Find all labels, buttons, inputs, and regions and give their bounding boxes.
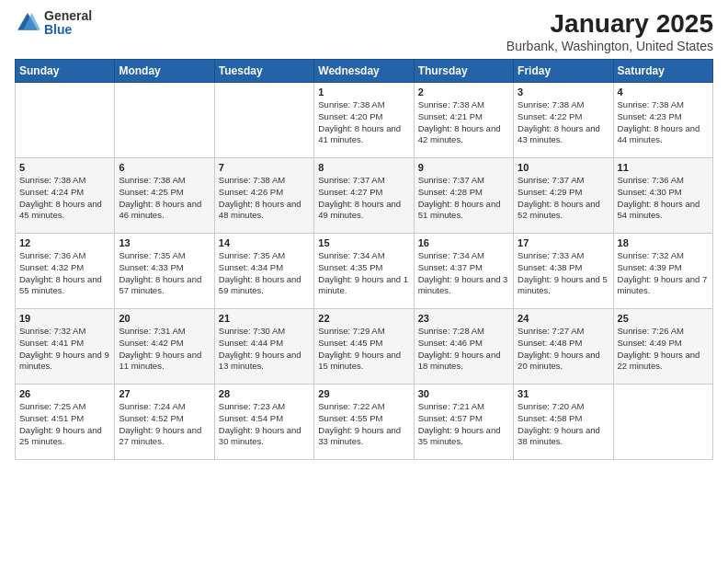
day-info: Sunrise: 7:25 AMSunset: 4:51 PMDaylight:… bbox=[19, 401, 110, 448]
calendar-cell: 29Sunrise: 7:22 AMSunset: 4:55 PMDayligh… bbox=[314, 385, 414, 460]
day-number: 4 bbox=[618, 86, 709, 98]
calendar-cell: 16Sunrise: 7:34 AMSunset: 4:37 PMDayligh… bbox=[414, 234, 513, 309]
calendar-cell: 26Sunrise: 7:25 AMSunset: 4:51 PMDayligh… bbox=[16, 385, 115, 460]
day-info: Sunrise: 7:30 AMSunset: 4:44 PMDaylight:… bbox=[219, 326, 310, 373]
calendar-week-0: 1Sunrise: 7:38 AMSunset: 4:20 PMDaylight… bbox=[16, 83, 713, 158]
day-number: 14 bbox=[219, 237, 310, 248]
day-number: 24 bbox=[518, 313, 609, 324]
day-number: 22 bbox=[318, 313, 409, 324]
day-info: Sunrise: 7:27 AMSunset: 4:48 PMDaylight:… bbox=[518, 326, 609, 373]
day-number: 31 bbox=[518, 388, 609, 399]
calendar-cell: 23Sunrise: 7:28 AMSunset: 4:46 PMDayligh… bbox=[414, 309, 513, 385]
day-info: Sunrise: 7:37 AMSunset: 4:29 PMDaylight:… bbox=[518, 175, 609, 222]
calendar-cell bbox=[214, 83, 313, 158]
day-number: 7 bbox=[219, 162, 310, 173]
calendar-cell: 17Sunrise: 7:33 AMSunset: 4:38 PMDayligh… bbox=[514, 234, 613, 309]
calendar-week-4: 26Sunrise: 7:25 AMSunset: 4:51 PMDayligh… bbox=[16, 385, 713, 460]
calendar-cell bbox=[16, 83, 115, 158]
day-info: Sunrise: 7:37 AMSunset: 4:28 PMDaylight:… bbox=[418, 175, 509, 222]
day-number: 30 bbox=[418, 388, 509, 399]
day-info: Sunrise: 7:34 AMSunset: 4:37 PMDaylight:… bbox=[418, 250, 509, 297]
day-info: Sunrise: 7:22 AMSunset: 4:55 PMDaylight:… bbox=[318, 401, 409, 448]
day-info: Sunrise: 7:33 AMSunset: 4:38 PMDaylight:… bbox=[518, 250, 609, 297]
day-of-week-thursday: Thursday bbox=[414, 60, 513, 83]
calendar-cell: 14Sunrise: 7:35 AMSunset: 4:34 PMDayligh… bbox=[214, 234, 313, 309]
day-number: 17 bbox=[518, 237, 609, 248]
title-block: January 2025 Burbank, Washington, United… bbox=[506, 9, 713, 53]
calendar-week-2: 12Sunrise: 7:36 AMSunset: 4:32 PMDayligh… bbox=[16, 234, 713, 309]
calendar-cell bbox=[613, 385, 712, 460]
calendar-cell: 25Sunrise: 7:26 AMSunset: 4:49 PMDayligh… bbox=[613, 309, 712, 385]
day-info: Sunrise: 7:38 AMSunset: 4:26 PMDaylight:… bbox=[219, 175, 310, 222]
day-number: 18 bbox=[618, 237, 709, 248]
calendar-cell: 27Sunrise: 7:24 AMSunset: 4:52 PMDayligh… bbox=[115, 385, 214, 460]
day-info: Sunrise: 7:20 AMSunset: 4:58 PMDaylight:… bbox=[518, 401, 609, 448]
logo-icon bbox=[15, 10, 40, 36]
calendar-cell bbox=[115, 83, 214, 158]
day-info: Sunrise: 7:36 AMSunset: 4:32 PMDaylight:… bbox=[19, 250, 110, 297]
day-number: 3 bbox=[518, 86, 609, 98]
day-number: 28 bbox=[219, 388, 310, 399]
calendar-body: 1Sunrise: 7:38 AMSunset: 4:20 PMDaylight… bbox=[16, 83, 713, 460]
day-of-week-sunday: Sunday bbox=[16, 60, 115, 83]
day-info: Sunrise: 7:38 AMSunset: 4:22 PMDaylight:… bbox=[518, 99, 609, 146]
day-number: 15 bbox=[318, 237, 409, 248]
day-number: 10 bbox=[518, 162, 609, 173]
calendar-cell: 15Sunrise: 7:34 AMSunset: 4:35 PMDayligh… bbox=[314, 234, 414, 309]
header: General Blue January 2025 Burbank, Washi… bbox=[15, 9, 713, 53]
calendar-cell: 10Sunrise: 7:37 AMSunset: 4:29 PMDayligh… bbox=[514, 158, 613, 234]
day-info: Sunrise: 7:38 AMSunset: 4:20 PMDaylight:… bbox=[318, 99, 409, 146]
day-number: 21 bbox=[219, 313, 310, 324]
day-number: 19 bbox=[19, 313, 110, 324]
calendar-cell: 8Sunrise: 7:37 AMSunset: 4:27 PMDaylight… bbox=[314, 158, 414, 234]
calendar-week-3: 19Sunrise: 7:32 AMSunset: 4:41 PMDayligh… bbox=[16, 309, 713, 385]
logo: General Blue bbox=[15, 9, 92, 38]
page-subtitle: Burbank, Washington, United States bbox=[506, 39, 713, 53]
day-info: Sunrise: 7:26 AMSunset: 4:49 PMDaylight:… bbox=[618, 326, 709, 373]
day-info: Sunrise: 7:35 AMSunset: 4:33 PMDaylight:… bbox=[119, 250, 210, 297]
calendar-cell: 1Sunrise: 7:38 AMSunset: 4:20 PMDaylight… bbox=[314, 83, 414, 158]
day-info: Sunrise: 7:36 AMSunset: 4:30 PMDaylight:… bbox=[618, 175, 709, 222]
day-info: Sunrise: 7:34 AMSunset: 4:35 PMDaylight:… bbox=[318, 250, 409, 297]
day-info: Sunrise: 7:21 AMSunset: 4:57 PMDaylight:… bbox=[418, 401, 509, 448]
day-number: 23 bbox=[418, 313, 509, 324]
day-info: Sunrise: 7:29 AMSunset: 4:45 PMDaylight:… bbox=[318, 326, 409, 373]
calendar-cell: 13Sunrise: 7:35 AMSunset: 4:33 PMDayligh… bbox=[115, 234, 214, 309]
logo-general: General bbox=[44, 9, 92, 23]
day-info: Sunrise: 7:32 AMSunset: 4:41 PMDaylight:… bbox=[19, 326, 110, 373]
page-title: January 2025 bbox=[506, 9, 713, 39]
day-number: 9 bbox=[418, 162, 509, 173]
calendar-cell: 9Sunrise: 7:37 AMSunset: 4:28 PMDaylight… bbox=[414, 158, 513, 234]
day-number: 12 bbox=[19, 237, 110, 248]
day-info: Sunrise: 7:28 AMSunset: 4:46 PMDaylight:… bbox=[418, 326, 509, 373]
day-info: Sunrise: 7:38 AMSunset: 4:25 PMDaylight:… bbox=[119, 175, 210, 222]
day-number: 2 bbox=[418, 86, 509, 98]
day-info: Sunrise: 7:32 AMSunset: 4:39 PMDaylight:… bbox=[618, 250, 709, 297]
calendar-cell: 4Sunrise: 7:38 AMSunset: 4:23 PMDaylight… bbox=[613, 83, 712, 158]
day-of-week-monday: Monday bbox=[115, 60, 214, 83]
calendar-cell: 6Sunrise: 7:38 AMSunset: 4:25 PMDaylight… bbox=[115, 158, 214, 234]
calendar-header: SundayMondayTuesdayWednesdayThursdayFrid… bbox=[16, 60, 713, 83]
calendar-cell: 3Sunrise: 7:38 AMSunset: 4:22 PMDaylight… bbox=[514, 83, 613, 158]
calendar-cell: 22Sunrise: 7:29 AMSunset: 4:45 PMDayligh… bbox=[314, 309, 414, 385]
day-number: 27 bbox=[119, 388, 210, 399]
calendar-table: SundayMondayTuesdayWednesdayThursdayFrid… bbox=[15, 59, 713, 460]
day-number: 11 bbox=[618, 162, 709, 173]
day-number: 1 bbox=[318, 86, 409, 98]
calendar-cell: 11Sunrise: 7:36 AMSunset: 4:30 PMDayligh… bbox=[613, 158, 712, 234]
day-number: 26 bbox=[19, 388, 110, 399]
calendar-cell: 18Sunrise: 7:32 AMSunset: 4:39 PMDayligh… bbox=[613, 234, 712, 309]
day-number: 29 bbox=[318, 388, 409, 399]
calendar-cell: 31Sunrise: 7:20 AMSunset: 4:58 PMDayligh… bbox=[514, 385, 613, 460]
day-number: 20 bbox=[119, 313, 210, 324]
logo-text: General Blue bbox=[44, 9, 92, 38]
day-of-week-saturday: Saturday bbox=[613, 60, 712, 83]
calendar-cell: 28Sunrise: 7:23 AMSunset: 4:54 PMDayligh… bbox=[214, 385, 313, 460]
logo-blue: Blue bbox=[44, 23, 92, 37]
day-number: 8 bbox=[318, 162, 409, 173]
day-info: Sunrise: 7:37 AMSunset: 4:27 PMDaylight:… bbox=[318, 175, 409, 222]
day-info: Sunrise: 7:38 AMSunset: 4:21 PMDaylight:… bbox=[418, 99, 509, 146]
day-number: 5 bbox=[19, 162, 110, 173]
calendar-cell: 19Sunrise: 7:32 AMSunset: 4:41 PMDayligh… bbox=[16, 309, 115, 385]
day-number: 16 bbox=[418, 237, 509, 248]
